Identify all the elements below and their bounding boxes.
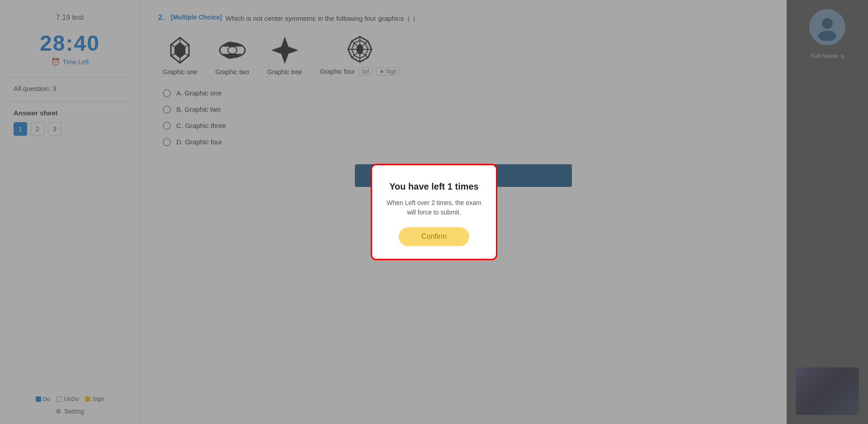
modal-overlay: You have left 1 times When Left over 2 t… <box>0 0 868 424</box>
confirm-button[interactable]: Confirm <box>399 227 469 246</box>
main-wrapper: 7.19 test 28:40 ⏰ Time Left All question… <box>0 0 868 424</box>
modal-box: You have left 1 times When Left over 2 t… <box>371 164 497 260</box>
modal-title: You have left 1 times <box>389 181 478 192</box>
modal-description: When Left over 2 times, the exam will fo… <box>386 198 482 217</box>
